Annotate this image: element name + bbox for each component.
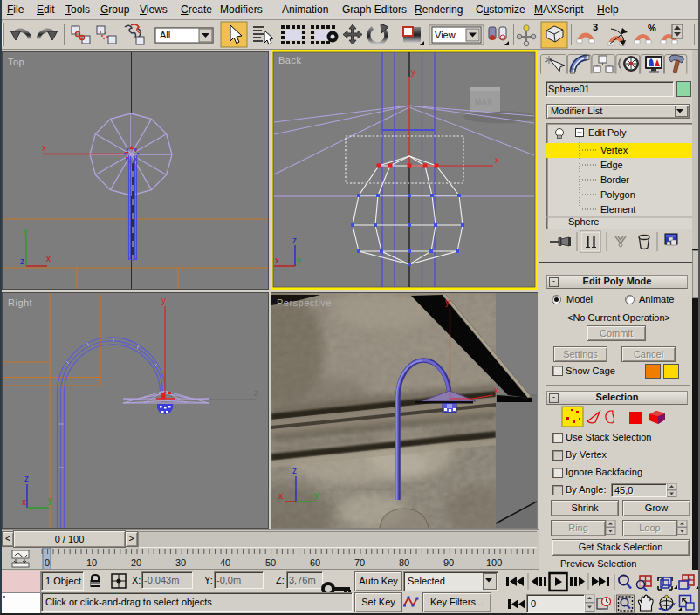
svg-text:x: x xyxy=(22,497,26,507)
svg-text:y: y xyxy=(445,297,450,307)
svg-text:80: 80 xyxy=(399,557,409,568)
svg-text:Top: Top xyxy=(8,57,24,67)
svg-text:Edge: Edge xyxy=(600,160,623,170)
svg-text:z: z xyxy=(292,236,297,245)
svg-text:x: x xyxy=(46,254,51,263)
svg-text:3: 3 xyxy=(593,22,598,32)
svg-text:z: z xyxy=(254,388,258,398)
svg-text:20: 20 xyxy=(131,557,141,568)
svg-text:y: y xyxy=(314,490,319,500)
svg-text:10: 10 xyxy=(86,557,97,568)
svg-text:y: y xyxy=(161,296,166,305)
svg-text:60: 60 xyxy=(310,557,320,568)
svg-text:View: View xyxy=(435,30,456,40)
svg-text:Sphere: Sphere xyxy=(568,216,599,227)
svg-text:z: z xyxy=(24,474,29,483)
svg-text:Back: Back xyxy=(278,55,301,65)
svg-text:30: 30 xyxy=(175,557,186,568)
svg-text:Edit Poly: Edit Poly xyxy=(588,127,627,138)
svg-text:0: 0 xyxy=(45,557,50,568)
svg-text:50: 50 xyxy=(265,557,276,568)
svg-text:z: z xyxy=(292,466,297,475)
svg-text:y: y xyxy=(24,226,28,236)
svg-text:70: 70 xyxy=(354,557,365,568)
svg-text:x: x xyxy=(494,386,498,395)
svg-text:Element: Element xyxy=(600,204,635,215)
svg-text:y: y xyxy=(297,256,301,265)
svg-text:y: y xyxy=(48,495,52,505)
svg-text:x: x xyxy=(495,155,499,165)
svg-text:All: All xyxy=(160,30,170,40)
svg-text:40: 40 xyxy=(220,557,230,568)
svg-text:Right: Right xyxy=(8,297,32,308)
svg-text:x: x xyxy=(42,143,46,153)
svg-text:100: 100 xyxy=(486,557,502,568)
svg-text:MAX: MAX xyxy=(475,98,492,106)
svg-text:Vertex: Vertex xyxy=(600,145,628,155)
svg-text:90: 90 xyxy=(443,557,454,568)
svg-text:x: x xyxy=(278,491,283,501)
svg-text:Polygon: Polygon xyxy=(600,189,635,200)
svg-text:%: % xyxy=(648,23,656,33)
svg-text:y: y xyxy=(411,67,415,77)
svg-text:Border: Border xyxy=(600,174,629,185)
svg-text:Perspective: Perspective xyxy=(277,297,332,308)
svg-text:z: z xyxy=(20,256,24,266)
svg-text:x: x xyxy=(275,256,279,265)
